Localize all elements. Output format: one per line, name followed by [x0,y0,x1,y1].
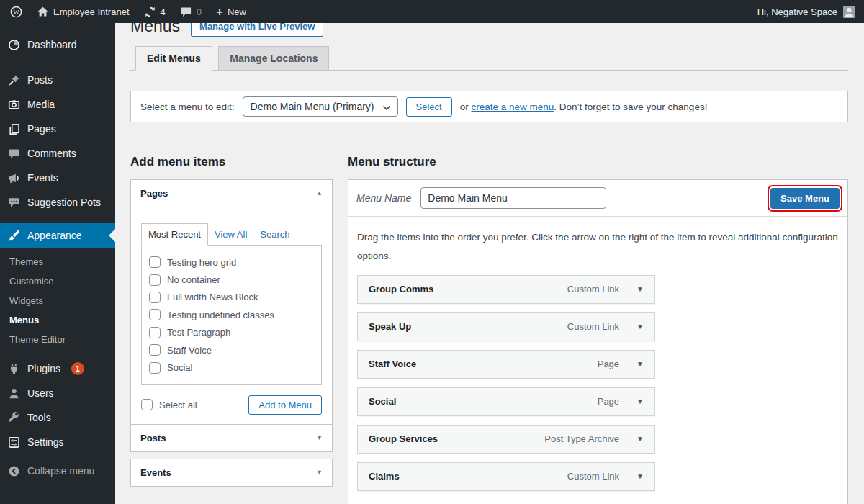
select-all-checkbox[interactable] [141,399,153,410]
menu-structure-panel: Menu Name Save Menu Drag the items into … [348,179,848,504]
expand-item-icon[interactable]: ▼ [636,360,644,368]
comments-count: 0 [197,6,202,17]
admin-bar: Employee Intranet 4 0 + New Hi, Negative… [0,0,864,23]
menu-item-staff-voice[interactable]: Staff Voice Page ▼ [357,350,655,379]
menu-item-label: Group Services [369,433,544,444]
page-checkbox-label: Social [167,362,192,373]
posts-accordion-header[interactable]: Posts ▼ [130,424,333,452]
updates-link[interactable]: 4 [137,0,173,23]
wordpress-logo-menu[interactable] [3,0,30,23]
tab-most-recent[interactable]: Most Recent [141,223,208,246]
page-checkbox[interactable] [149,292,161,303]
site-name-link[interactable]: Employee Intranet [30,0,137,23]
menu-item-type: Post Type Archive [544,433,619,444]
create-new-menu-link[interactable]: create a new menu [471,102,554,112]
submenu-item-theme-editor[interactable]: Theme Editor [0,330,115,349]
tab-view-all[interactable]: View All [208,224,253,245]
expand-item-icon[interactable]: ▼ [636,472,644,480]
expand-item-icon[interactable]: ▼ [636,397,644,405]
sidebar-item-posts[interactable]: Posts [0,68,115,92]
pages-accordion-header[interactable]: Pages ▲ [131,180,332,207]
menu-select-dropdown[interactable]: Demo Main Menu (Primary) [243,96,398,117]
sidebar-item-pages[interactable]: Pages [0,117,115,141]
sidebar-item-label: Media [27,99,55,110]
sidebar-item-dashboard[interactable]: Dashboard [0,32,115,57]
sidebar-separator [0,215,115,223]
menu-item-speak-up[interactable]: Speak Up Custom Link ▼ [357,312,655,341]
expand-item-icon[interactable]: ▼ [636,435,644,443]
menu-item-social[interactable]: Social Page ▼ [357,387,655,416]
main-content: Screen Options ▼ Help ▼ Menus Manage wit… [115,0,864,504]
new-content-menu[interactable]: + New [209,0,253,23]
posts-accordion-label: Posts [140,433,166,444]
person-icon [843,6,855,18]
collapse-menu-button[interactable]: Collapse menu [0,459,115,483]
page-checkbox[interactable] [149,362,161,374]
expand-item-icon[interactable]: ▼ [636,285,644,293]
sidebar-item-suggestion-pots[interactable]: Suggestion Pots [0,190,115,215]
sidebar-item-label: Events [27,172,58,184]
menu-item-label: Social [369,396,598,407]
page-checkbox[interactable] [149,309,161,320]
pages-accordion-label: Pages [140,188,168,199]
menu-item-label: Claims [369,471,567,482]
plus-icon: + [216,6,223,18]
menu-name-label: Menu Name [356,192,411,204]
sidebar-item-label: Collapse menu [27,465,94,477]
page-checkbox[interactable] [149,256,161,268]
sliders-icon [8,436,20,449]
tab-search[interactable]: Search [253,224,296,245]
page-checkbox-label: Staff Voice [167,345,212,356]
menu-item-group-services[interactable]: Group Services Post Type Archive ▼ [357,425,655,454]
pin-icon [8,74,20,86]
events-accordion-header[interactable]: Events ▼ [130,459,333,487]
sidebar-item-comments[interactable]: Comments [0,141,115,166]
submenu-item-menus[interactable]: Menus [0,310,115,330]
site-name: Employee Intranet [53,6,130,17]
select-menu-button[interactable]: Select [406,97,452,117]
expand-item-icon[interactable]: ▼ [636,323,644,330]
admin-sidebar: Dashboard Posts Media Pages Comments Eve… [0,23,115,504]
wrench-icon [8,412,20,424]
tab-manage-locations[interactable]: Manage Locations [218,46,329,71]
sidebar-item-media[interactable]: Media [0,92,115,117]
submenu-item-themes[interactable]: Themes [0,252,115,271]
sidebar-item-users[interactable]: Users [0,381,115,405]
menu-item-label: Group Comms [369,284,567,294]
menu-item-claims[interactable]: Claims Custom Link ▼ [357,462,655,491]
chevron-down-icon [382,105,391,111]
menu-name-input[interactable] [420,187,606,209]
tab-edit-menus[interactable]: Edit Menus [135,46,212,71]
menu-name-row: Menu Name Save Menu [348,180,847,216]
page-checkbox-row: No container [149,271,314,288]
pages-checklist: Testing hero grid No container Full widt… [141,245,322,385]
comments-link[interactable]: 0 [173,0,209,23]
sidebar-item-plugins[interactable]: Plugins 1 [0,356,115,381]
page-checkbox[interactable] [149,274,161,286]
account-menu[interactable]: Hi, Negative Space [757,6,864,18]
page-checkbox[interactable] [149,327,161,338]
wordpress-icon [10,6,22,18]
sidebar-item-tools[interactable]: Tools [0,405,115,430]
suffix-text: . Don’t forget to save your changes! [554,102,707,112]
page-checkbox-label: Full width News Block [167,292,258,302]
submenu-item-widgets[interactable]: Widgets [0,291,115,310]
save-menu-button[interactable]: Save Menu [770,188,840,209]
sidebar-item-label: Posts [27,74,53,86]
updates-icon [144,6,156,18]
sidebar-item-events[interactable]: Events [0,166,115,190]
menu-item-label: Speak Up [369,321,567,332]
page-checkbox-row: Test Paragraph [149,324,314,341]
sidebar-item-appearance[interactable]: Appearance [0,223,115,248]
sidebar-item-settings[interactable]: Settings [0,430,115,454]
page-checkbox[interactable] [149,344,161,356]
events-accordion-label: Events [140,467,171,478]
camera-icon [8,99,20,111]
add-to-menu-button[interactable]: Add to Menu [248,395,322,415]
user-icon [8,387,20,400]
menu-item-group-comms[interactable]: Group Comms Custom Link ▼ [357,275,655,304]
select-all-label: Select all [159,400,197,410]
menu-item-label: Staff Voice [369,359,598,369]
sidebar-item-label: Dashboard [27,39,77,50]
submenu-item-customise[interactable]: Customise [0,271,115,291]
